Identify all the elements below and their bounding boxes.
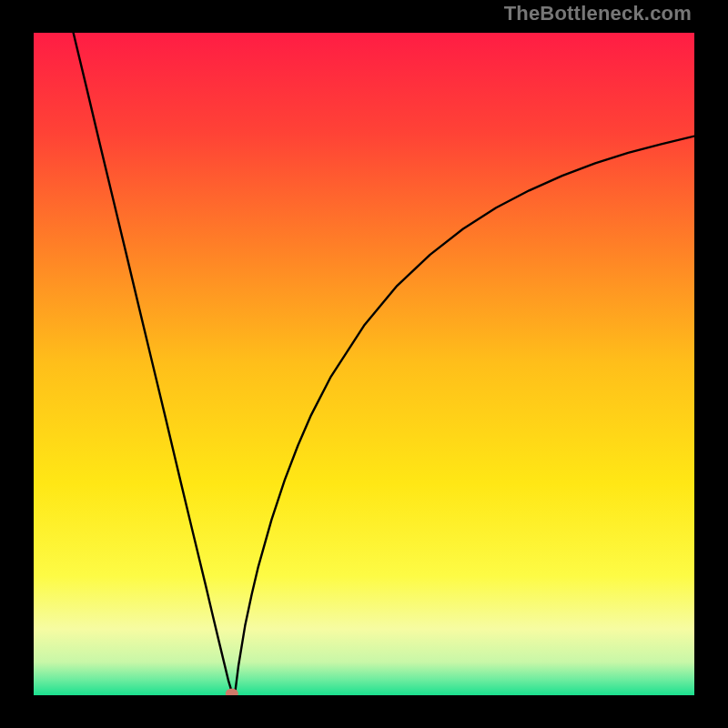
watermark-text: TheBottleneck.com bbox=[504, 2, 692, 25]
gradient-background bbox=[34, 33, 694, 695]
plot-area bbox=[34, 33, 694, 695]
chart-frame: TheBottleneck.com bbox=[0, 0, 728, 728]
bottleneck-chart bbox=[34, 33, 694, 695]
